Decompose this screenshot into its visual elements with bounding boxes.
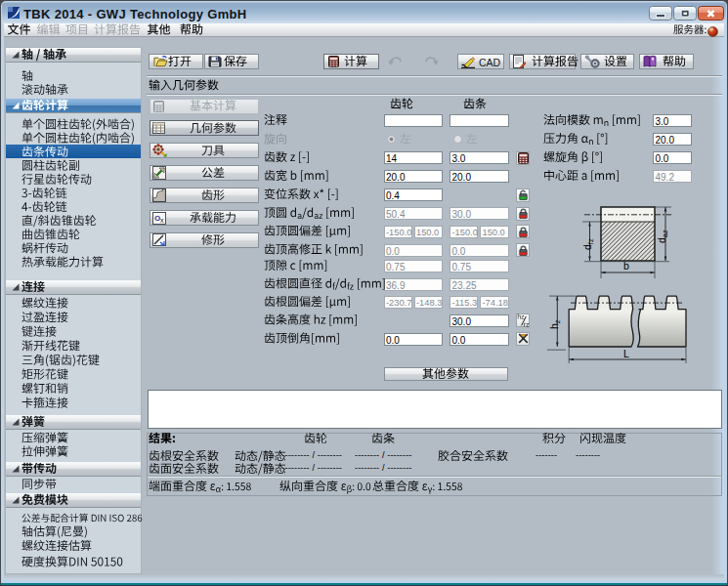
svg-text:x: x (160, 217, 164, 224)
